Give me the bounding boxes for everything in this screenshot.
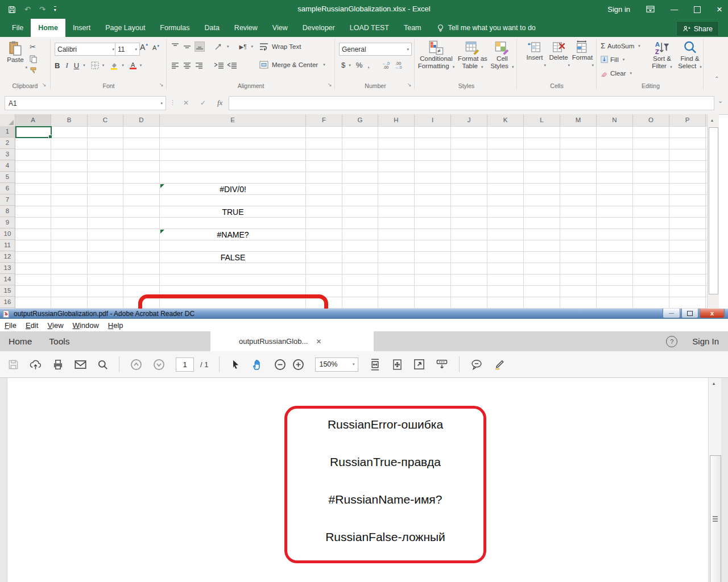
clipboard-dialog-launcher[interactable]: ↘ <box>42 82 47 88</box>
decrease-font-button[interactable]: A▼ <box>152 44 160 51</box>
font-color-button[interactable]: A <box>130 62 136 69</box>
increase-indent-icon[interactable] <box>227 61 237 70</box>
email-icon[interactable] <box>75 360 86 369</box>
fill-button[interactable]: Fill ▾ <box>601 56 624 63</box>
tab-file[interactable]: File <box>5 19 31 37</box>
search-icon[interactable] <box>97 359 108 370</box>
column-header-N[interactable]: N <box>597 114 633 126</box>
formula-input[interactable] <box>229 96 714 110</box>
cell-E6[interactable]: #DIV/0! <box>160 184 305 195</box>
column-header-O[interactable]: O <box>633 114 669 126</box>
row-header-12[interactable]: 12 <box>0 251 15 263</box>
tab-insert[interactable]: Insert <box>65 19 98 37</box>
row-header-15[interactable]: 15 <box>0 285 15 297</box>
menu-window[interactable]: Window <box>68 319 104 331</box>
restore-button[interactable] <box>694 6 701 13</box>
tab-review[interactable]: Review <box>227 19 265 37</box>
enter-formula-icon[interactable]: ✓ <box>200 99 206 107</box>
copy-button[interactable] <box>30 55 38 63</box>
menu-edit[interactable]: Edit <box>21 319 43 331</box>
row-header-7[interactable]: 7 <box>0 194 15 206</box>
increase-decimal-button[interactable]: ←.0.00 <box>382 61 390 69</box>
column-header-A[interactable]: A <box>15 114 51 126</box>
tab-developer[interactable]: Developer <box>295 19 342 37</box>
menu-file[interactable]: File <box>0 319 21 331</box>
column-header-E[interactable]: E <box>160 114 306 126</box>
row-header-9[interactable]: 9 <box>0 217 15 228</box>
currency-button[interactable]: $ <box>341 61 345 69</box>
hand-tool-icon[interactable] <box>251 359 263 371</box>
decrease-decimal-button[interactable]: .00→.0 <box>395 61 402 69</box>
align-top-icon[interactable] <box>171 42 180 51</box>
insert-function-icon[interactable]: fx <box>217 98 222 107</box>
row-header-11[interactable]: 11 <box>0 240 15 251</box>
close-button[interactable]: × <box>717 4 722 15</box>
alignment-dialog-launcher[interactable]: ↘ <box>328 82 332 88</box>
row-header-6[interactable]: 6 <box>0 183 15 194</box>
scroll-up-icon[interactable]: ▴ <box>711 118 713 123</box>
cell-styles-button[interactable]: Cell Styles ▾ <box>489 40 515 70</box>
tab-formulas[interactable]: Formulas <box>152 19 197 37</box>
row-header-10[interactable]: 10 <box>0 228 15 240</box>
upload-cloud-icon[interactable] <box>30 359 42 370</box>
tab-home[interactable]: Home <box>31 19 65 37</box>
tab-view[interactable]: View <box>265 19 295 37</box>
paste-button[interactable]: Paste ▾ <box>3 40 27 71</box>
orientation-button[interactable] <box>214 43 222 51</box>
row-header-13[interactable]: 13 <box>0 263 15 274</box>
italic-button[interactable]: I <box>65 61 68 70</box>
row-header-14[interactable]: 14 <box>0 274 15 285</box>
row-header-16[interactable]: 16 <box>0 297 15 308</box>
tab-team[interactable]: Team <box>396 19 429 37</box>
zoom-in-icon[interactable] <box>292 359 304 371</box>
column-header-B[interactable]: B <box>51 114 88 126</box>
autosum-button[interactable]: Σ AutoSum ▾ <box>601 41 640 50</box>
number-format-combo[interactable]: General ▾ <box>339 43 412 56</box>
column-header-C[interactable]: C <box>88 114 123 126</box>
zoom-level-select[interactable]: 150% ▾ <box>315 357 358 372</box>
pdf-vertical-scrollbar[interactable]: ▴ <box>708 378 722 582</box>
merge-center-button[interactable]: Merge & Center ▾ <box>259 61 325 69</box>
column-header-K[interactable]: K <box>487 114 524 126</box>
column-header-H[interactable]: H <box>378 114 415 126</box>
tab-load-test[interactable]: LOAD TEST <box>342 19 396 37</box>
percent-button[interactable]: % <box>356 61 363 69</box>
cancel-formula-icon[interactable]: ✕ <box>183 99 189 107</box>
excel-sign-in[interactable]: Sign in <box>607 5 630 14</box>
acrobat-document-tab[interactable]: outputRussianGlob... ✕ <box>210 331 374 351</box>
scrollbar-thumb[interactable] <box>709 127 718 294</box>
row-header-1[interactable]: 1 <box>0 126 15 138</box>
comma-button[interactable]: , <box>367 61 370 69</box>
select-tool-icon[interactable] <box>230 359 241 370</box>
help-icon[interactable]: ? <box>666 336 677 347</box>
font-dialog-launcher[interactable]: ↘ <box>159 82 164 88</box>
row-header-5[interactable]: 5 <box>0 172 15 183</box>
align-bottom-icon[interactable] <box>195 41 205 52</box>
column-header-F[interactable]: F <box>306 114 342 126</box>
pdf-content-area[interactable]: RussianError-ошибкаRussianTrue-правда#Ru… <box>0 377 728 582</box>
save-icon[interactable] <box>8 359 19 370</box>
align-center-icon[interactable] <box>183 61 192 70</box>
cell-E12[interactable]: FALSE <box>160 252 305 263</box>
comment-icon[interactable] <box>470 359 483 370</box>
bold-button[interactable]: B <box>55 61 60 70</box>
row-header-8[interactable]: 8 <box>0 206 15 217</box>
cell-E10[interactable]: #NAME? <box>160 229 305 240</box>
fit-width-icon[interactable] <box>369 359 381 371</box>
align-right-icon[interactable] <box>195 61 204 70</box>
acrobat-minimize-button[interactable]: — <box>663 309 680 318</box>
format-painter-button[interactable] <box>30 66 38 74</box>
column-header-M[interactable]: M <box>560 114 597 126</box>
tab-data[interactable]: Data <box>197 19 226 37</box>
conditional-formatting-button[interactable]: ≠ Conditional Formatting ▾ <box>417 40 455 70</box>
acrobat-sign-in[interactable]: Sign In <box>692 336 719 346</box>
sheet-grid[interactable]: 12345678910111213141516 #DIV/0!TRUE#NAME… <box>0 126 707 309</box>
sort-filter-button[interactable]: AZ Sort & Filter ▾ <box>648 40 676 70</box>
acrobat-home-tab[interactable]: Home <box>9 336 32 347</box>
document-tab-close-icon[interactable]: ✕ <box>316 338 321 346</box>
text-direction-button[interactable]: ▶¶ <box>239 44 247 50</box>
previous-page-icon[interactable] <box>130 359 142 371</box>
expand-formula-bar-icon[interactable]: ⌄ <box>718 97 723 105</box>
menu-view[interactable]: View <box>43 319 68 331</box>
scroll-up-icon[interactable]: ▴ <box>713 381 715 386</box>
